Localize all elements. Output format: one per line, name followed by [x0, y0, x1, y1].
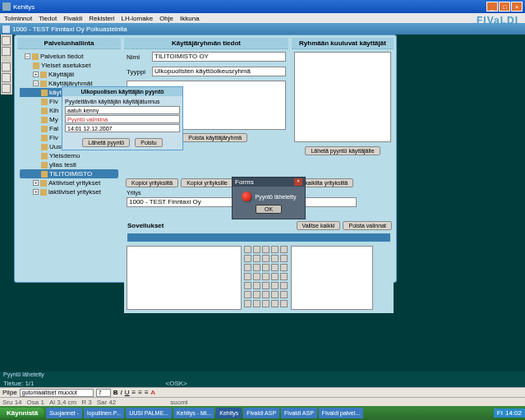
laheta-pyynto-button[interactable]: Lähetä pyyntö käyttäjälle — [305, 146, 380, 155]
checkbox[interactable] — [253, 282, 260, 289]
checkbox[interactable] — [244, 300, 251, 307]
checkbox[interactable] — [262, 273, 269, 280]
menu-ikkuna[interactable]: Ikkuna — [180, 15, 200, 22]
checkbox[interactable] — [244, 246, 251, 253]
collapse-icon[interactable]: − — [25, 53, 30, 59]
checkbox[interactable] — [280, 246, 288, 253]
checkbox[interactable] — [262, 264, 269, 271]
checkbox[interactable] — [253, 264, 260, 271]
taskbar-item[interactable]: Kehitys - Mi... — [173, 408, 214, 418]
taskbar-item[interactable]: UUSI PALME... — [126, 408, 172, 418]
expand-icon[interactable]: + — [33, 180, 39, 186]
menu-ohje[interactable]: Ohje — [159, 15, 173, 22]
checkbox[interactable] — [280, 282, 288, 289]
tree-item[interactable]: Yleiset asetukset — [20, 61, 118, 70]
checkbox[interactable] — [280, 300, 288, 307]
checkbox[interactable] — [262, 246, 269, 253]
poistu-button[interactable]: Poistu — [135, 138, 162, 147]
tree-item-selected[interactable]: TILITOIMISTO — [20, 169, 118, 178]
checkbox[interactable] — [271, 282, 279, 289]
nimi-input[interactable]: TILITOIMISTO OY — [152, 52, 286, 62]
checkbox[interactable] — [271, 300, 279, 307]
checkbox[interactable] — [262, 282, 269, 289]
taskbar-item[interactable]: lopullinen.P... — [84, 408, 124, 418]
poista-ryhma-button[interactable]: Poista käyttäjäryhmä — [182, 133, 247, 142]
checkbox[interactable] — [280, 273, 288, 280]
checkbox[interactable] — [280, 264, 288, 271]
tool-1[interactable] — [2, 36, 11, 45]
menu-lh[interactable]: LH-lomake — [121, 15, 153, 22]
checkbox[interactable] — [244, 264, 251, 271]
checkbox[interactable] — [253, 255, 260, 262]
underline-icon[interactable]: U — [125, 389, 130, 396]
checkbox[interactable] — [271, 291, 279, 298]
checkbox[interactable] — [262, 291, 269, 298]
collapse-icon[interactable]: − — [33, 81, 39, 86]
checkbox[interactable] — [271, 255, 279, 262]
align-right-icon[interactable]: ≡ — [145, 389, 149, 396]
menu-toiminnot[interactable]: Toiminnot — [4, 15, 32, 22]
checkbox[interactable] — [253, 300, 260, 307]
laheta-pyynto-dialog-button[interactable]: Lähetä pyyntö — [82, 138, 130, 147]
close-button[interactable]: × — [511, 2, 523, 12]
language-indicator[interactable]: FI — [497, 409, 503, 417]
kopioi-yrityksille-button[interactable]: Kopioi yrityksille — [181, 178, 233, 187]
menu-tiedot[interactable]: Tiedot — [39, 15, 57, 22]
forms-close-button[interactable]: × — [294, 178, 302, 186]
checkbox[interactable] — [253, 291, 260, 298]
users-listbox[interactable] — [294, 52, 391, 142]
taskbar-item-active[interactable]: Kehitys — [216, 408, 242, 418]
taskbar-item[interactable]: Fivaldi palvel... — [319, 408, 363, 418]
checkbox[interactable] — [253, 246, 260, 253]
align-center-icon[interactable]: ≡ — [138, 389, 142, 396]
font-color-icon[interactable]: A — [151, 389, 155, 396]
checkbox[interactable] — [271, 264, 279, 271]
valitse-kaikki-button[interactable]: Valitse kaikki — [297, 221, 341, 230]
taskbar-item[interactable]: Suojannet - — [46, 408, 82, 418]
checkbox[interactable] — [244, 255, 251, 262]
italic-icon[interactable]: I — [121, 389, 122, 396]
kopioi-yrityksilta-button[interactable]: Kopioi yrityksiltä — [126, 178, 178, 187]
checkbox[interactable] — [280, 291, 288, 298]
sovellukset-list-left[interactable] — [127, 246, 242, 310]
tree-item[interactable]: +laktiiviset yritykset — [20, 187, 118, 196]
taskbar-item[interactable]: Fivaldi ASP — [281, 408, 317, 418]
bold-icon[interactable]: B — [113, 389, 118, 396]
checkbox[interactable] — [244, 282, 251, 289]
style-select[interactable]: gutomaaltiset muodot — [20, 389, 94, 397]
checkbox[interactable] — [280, 255, 288, 262]
minimize-button[interactable]: _ — [486, 2, 498, 12]
menu-fivaldi[interactable]: Fivaldi — [63, 15, 82, 22]
checkbox[interactable] — [271, 273, 279, 280]
checkbox[interactable] — [244, 273, 251, 280]
tree-item[interactable]: +Aktiiviset yritykset — [20, 178, 118, 187]
maximize-button[interactable]: □ — [499, 2, 510, 12]
tool-4[interactable] — [2, 73, 11, 82]
checkbox[interactable] — [262, 300, 269, 307]
tree-item[interactable]: Yleisdemo — [20, 151, 118, 160]
taskbar-item[interactable]: Fivaldi ASP — [243, 408, 279, 418]
tree-root[interactable]: −Palvelun tiedot — [20, 52, 118, 61]
align-left-icon[interactable]: ≡ — [132, 389, 136, 396]
checkbox[interactable] — [253, 273, 260, 280]
username-input[interactable] — [65, 106, 180, 114]
tool-5[interactable] — [2, 84, 11, 93]
tyyppi-select[interactable]: Ulkopuolisten käyttöoikeusryhmä — [152, 67, 286, 76]
tree-item[interactable]: yllas testi — [20, 160, 118, 169]
expand-icon[interactable]: + — [33, 189, 39, 195]
checkbox[interactable] — [262, 255, 269, 262]
tool-2[interactable] — [2, 47, 11, 56]
checkbox[interactable] — [271, 246, 279, 253]
start-button[interactable]: Käynnistä — [0, 408, 44, 418]
system-tray[interactable]: FI 14:02 — [494, 408, 525, 418]
checkbox[interactable] — [244, 291, 251, 298]
ok-button[interactable]: OK — [256, 205, 282, 214]
tool-3[interactable] — [2, 62, 11, 72]
expand-icon[interactable]: + — [33, 72, 39, 77]
forms-titlebar[interactable]: Forms × — [233, 178, 305, 187]
tree-item[interactable]: +Käyttäjät — [20, 70, 118, 79]
poista-valinnat-button[interactable]: Poista valinnat — [343, 221, 392, 230]
font-size-select[interactable]: 7 — [96, 389, 111, 397]
menu-rekisteri[interactable]: Rekisteri — [89, 15, 114, 22]
sovellukset-list-right[interactable] — [291, 246, 373, 310]
